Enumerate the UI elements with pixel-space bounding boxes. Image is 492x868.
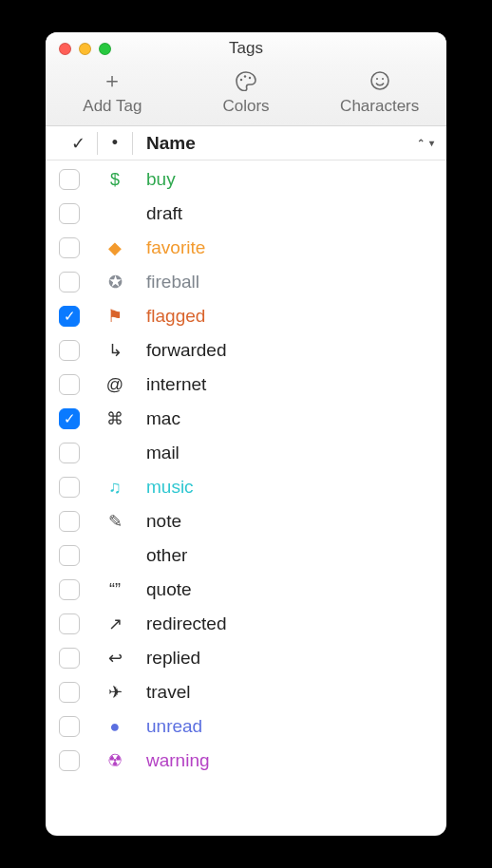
column-icon[interactable]: • xyxy=(97,132,133,155)
command-icon: ⌘ xyxy=(97,408,133,429)
plus-icon: ＋ xyxy=(102,68,123,93)
tag-name[interactable]: unread xyxy=(133,716,446,737)
row-checkbox[interactable] xyxy=(59,511,80,532)
column-name[interactable]: Name ⌃ ▾ xyxy=(133,133,446,154)
column-name-label: Name xyxy=(146,133,196,154)
tag-name[interactable]: internet xyxy=(133,374,446,395)
zoom-icon[interactable] xyxy=(99,43,111,55)
tag-name[interactable]: buy xyxy=(133,169,446,190)
row-checkbox[interactable] xyxy=(59,169,80,190)
row-checkbox[interactable] xyxy=(59,716,80,737)
table-row[interactable]: ♫music xyxy=(46,470,446,504)
diamond-icon: ◆ xyxy=(97,237,133,258)
row-checkbox[interactable]: ✓ xyxy=(59,408,80,429)
redirect-arrow-icon: ↗ xyxy=(97,613,133,634)
table-row[interactable]: other xyxy=(46,538,446,573)
tag-name[interactable]: redirected xyxy=(133,613,446,634)
svg-point-4 xyxy=(376,78,378,80)
tag-name[interactable]: note xyxy=(133,511,446,532)
minimize-icon[interactable] xyxy=(79,43,91,55)
table-header: ✓ • Name ⌃ ▾ xyxy=(46,126,446,160)
row-checkbox[interactable]: ✓ xyxy=(59,306,80,327)
tag-name[interactable]: travel xyxy=(133,682,446,703)
titlebar[interactable]: Tags xyxy=(46,32,446,65)
table-row[interactable]: @internet xyxy=(46,368,446,402)
table-row[interactable]: ✈travel xyxy=(46,675,446,709)
pencil-icon: ✎ xyxy=(97,511,133,532)
table-row[interactable]: ☢warning xyxy=(46,744,446,778)
table-row[interactable]: ↳forwarded xyxy=(46,333,446,368)
tag-list[interactable]: $buydraft◆favorite✪fireball✓⚑flagged↳for… xyxy=(46,160,446,836)
row-checkbox[interactable] xyxy=(59,682,80,703)
tag-name[interactable]: draft xyxy=(133,203,446,224)
checkbox-cell xyxy=(59,545,97,566)
smiley-icon xyxy=(369,68,390,93)
at-icon: @ xyxy=(97,375,133,395)
checkbox-cell: ✓ xyxy=(59,306,97,327)
tag-name[interactable]: mail xyxy=(133,443,446,463)
checkbox-cell xyxy=(59,716,97,737)
checkbox-cell xyxy=(59,272,97,292)
row-checkbox[interactable] xyxy=(59,579,80,600)
row-checkbox[interactable] xyxy=(59,340,80,361)
tag-name[interactable]: quote xyxy=(133,579,446,600)
row-checkbox[interactable] xyxy=(59,545,80,566)
checkbox-cell xyxy=(59,682,97,703)
table-row[interactable]: ◆favorite xyxy=(46,231,446,265)
tag-name[interactable]: forwarded xyxy=(133,340,446,361)
row-checkbox[interactable] xyxy=(59,477,80,498)
tag-name[interactable]: replied xyxy=(133,648,446,669)
forward-arrow-icon: ↳ xyxy=(97,340,133,361)
checkbox-cell xyxy=(59,340,97,361)
table-row[interactable]: ●unread xyxy=(46,709,446,744)
table-row[interactable]: mail xyxy=(46,436,446,470)
checkbox-cell xyxy=(59,203,97,224)
tag-name[interactable]: fireball xyxy=(133,272,446,292)
table-row[interactable]: ✓⌘mac xyxy=(46,402,446,436)
music-note-icon: ♫ xyxy=(97,478,133,498)
add-tag-button[interactable]: ＋ Add Tag xyxy=(46,68,180,116)
row-checkbox[interactable] xyxy=(59,443,80,463)
tag-name[interactable]: favorite xyxy=(133,237,446,258)
table-row[interactable]: draft xyxy=(46,197,446,231)
table-row[interactable]: ✎note xyxy=(46,504,446,538)
close-icon[interactable] xyxy=(59,43,71,55)
checkbox-cell xyxy=(59,443,97,463)
tag-name[interactable]: warning xyxy=(133,750,446,771)
column-checked[interactable]: ✓ xyxy=(59,133,97,154)
airplane-icon: ✈ xyxy=(97,682,133,703)
row-checkbox[interactable] xyxy=(59,750,80,771)
row-checkbox[interactable] xyxy=(59,237,80,258)
table-row[interactable]: ✓⚑flagged xyxy=(46,299,446,333)
traffic-lights xyxy=(46,43,111,55)
checkbox-cell: ✓ xyxy=(59,408,97,429)
row-checkbox[interactable] xyxy=(59,613,80,634)
characters-label: Characters xyxy=(340,97,419,116)
svg-point-1 xyxy=(244,75,246,77)
characters-button[interactable]: Characters xyxy=(312,68,446,116)
table-row[interactable]: “”quote xyxy=(46,573,446,607)
tag-name[interactable]: other xyxy=(133,545,446,566)
table-row[interactable]: $buy xyxy=(46,162,446,197)
tag-name[interactable]: music xyxy=(133,477,446,498)
tag-name[interactable]: mac xyxy=(133,408,446,429)
row-checkbox[interactable] xyxy=(59,272,80,292)
sort-indicator-icon: ⌃ ▾ xyxy=(417,138,435,148)
table-row[interactable]: ↩replied xyxy=(46,641,446,675)
checkbox-cell xyxy=(59,579,97,600)
row-checkbox[interactable] xyxy=(59,374,80,395)
add-tag-label: Add Tag xyxy=(83,97,142,116)
colors-button[interactable]: Colors xyxy=(180,68,313,116)
table-row[interactable]: ↗redirected xyxy=(46,607,446,641)
tag-name[interactable]: flagged xyxy=(133,306,446,327)
table-row[interactable]: ✪fireball xyxy=(46,265,446,299)
checkbox-cell xyxy=(59,613,97,634)
row-checkbox[interactable] xyxy=(59,648,80,669)
colors-label: Colors xyxy=(222,97,269,116)
row-checkbox[interactable] xyxy=(59,203,80,224)
quote-icon: “” xyxy=(97,580,133,600)
checkbox-cell xyxy=(59,750,97,771)
palette-icon xyxy=(235,68,257,93)
svg-point-5 xyxy=(382,78,384,80)
checkbox-cell xyxy=(59,511,97,532)
